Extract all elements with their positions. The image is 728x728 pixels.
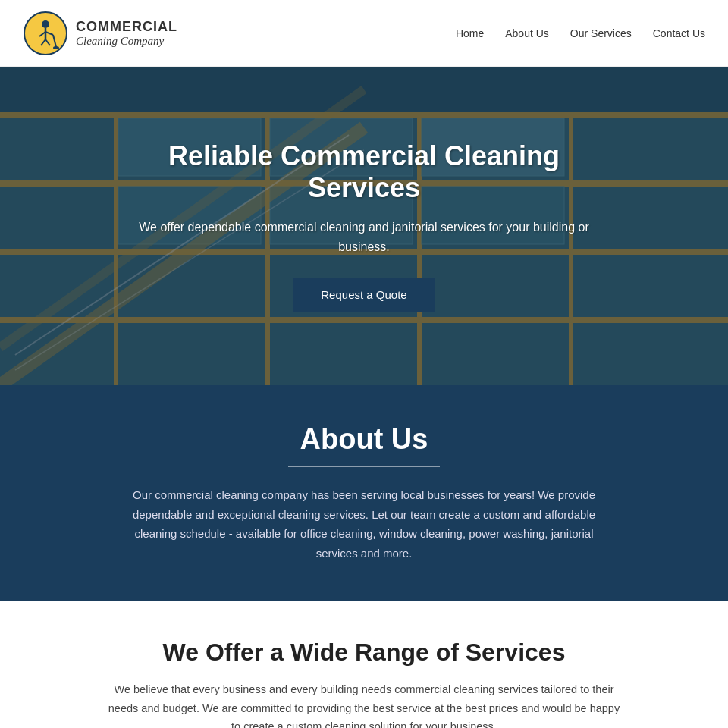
- hero-content: Reliable Commercial Cleaning Services We…: [99, 140, 629, 312]
- about-heading: About Us: [114, 423, 614, 456]
- services-heading: We Offer a Wide Range of Services: [61, 639, 667, 667]
- logo-text: Commercial Cleaning Company: [76, 19, 177, 48]
- about-section: About Us Our commercial cleaning company…: [0, 385, 728, 601]
- about-divider: [288, 466, 440, 467]
- site-header: Commercial Cleaning Company Home About U…: [0, 0, 728, 67]
- nav-home[interactable]: Home: [456, 27, 484, 39]
- nav-services[interactable]: Our Services: [570, 27, 632, 39]
- hero-headline: Reliable Commercial Cleaning Services: [114, 140, 614, 204]
- services-section: We Offer a Wide Range of Services We bel…: [0, 601, 728, 728]
- nav-about[interactable]: About Us: [505, 27, 549, 39]
- services-intro: We believe that every business and every…: [106, 680, 622, 728]
- about-body: Our commercial cleaning company has been…: [114, 485, 614, 563]
- svg-point-8: [53, 46, 59, 49]
- company-name: Commercial: [76, 19, 177, 35]
- company-sub: Cleaning Company: [76, 35, 177, 48]
- request-quote-button[interactable]: Request a Quote: [293, 278, 434, 312]
- svg-point-1: [42, 20, 49, 28]
- logo: Commercial Cleaning Company: [23, 11, 177, 56]
- logo-icon: [23, 11, 68, 56]
- nav-contact[interactable]: Contact Us: [653, 27, 705, 39]
- hero-section: Reliable Commercial Cleaning Services We…: [0, 67, 728, 385]
- hero-subtext: We offer dependable commercial cleaning …: [114, 218, 614, 256]
- main-nav: Home About Us Our Services Contact Us: [456, 27, 705, 39]
